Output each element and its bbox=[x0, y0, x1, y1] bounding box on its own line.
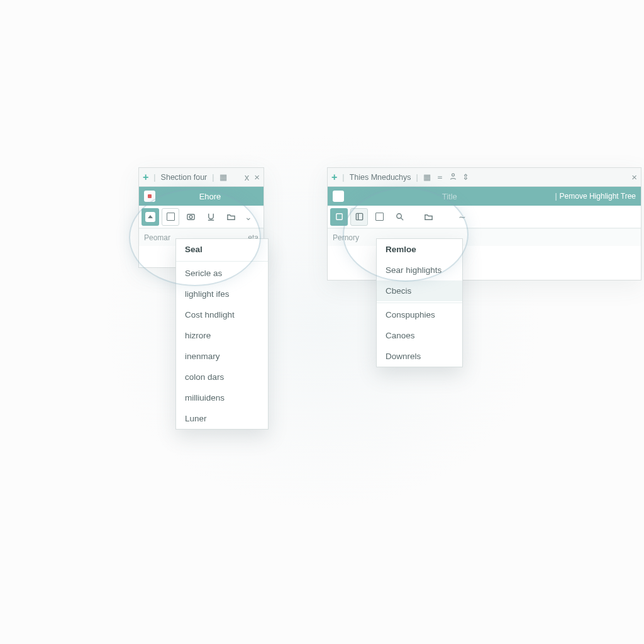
tilde-icon[interactable]: ∼ bbox=[458, 212, 466, 222]
rowbar-left-label: Peomar bbox=[144, 233, 170, 242]
panel-icon[interactable] bbox=[350, 208, 368, 226]
svg-point-3 bbox=[452, 174, 454, 176]
lock-icon[interactable] bbox=[333, 191, 344, 202]
remove-highlight-label[interactable]: |Pemove Highlight Tree bbox=[555, 192, 636, 201]
dropdown-item[interactable]: Downrels bbox=[377, 346, 462, 367]
dropdown-item[interactable]: Sear highlights bbox=[377, 260, 462, 280]
svg-point-1 bbox=[189, 216, 192, 219]
right-header-title: Title bbox=[350, 192, 548, 201]
dropdown-item[interactable]: hizrore bbox=[176, 325, 268, 346]
left-dropdown[interactable]: SealSericle aslighlight ifesCost hndligh… bbox=[175, 238, 269, 430]
svg-rect-4 bbox=[336, 214, 341, 219]
right-rowbar: Pernory bbox=[328, 228, 641, 246]
dropdown-item[interactable]: inenmary bbox=[176, 346, 268, 367]
left-toolbar: ⌄ bbox=[139, 206, 264, 228]
dropdown-item[interactable]: Conspuphies bbox=[377, 304, 462, 325]
dropdown-item[interactable]: Sericle as bbox=[176, 263, 268, 284]
left-tabstrip: + | Shection four | ▦ x × bbox=[139, 168, 264, 187]
svg-rect-5 bbox=[356, 213, 362, 219]
folder-icon[interactable] bbox=[222, 208, 240, 226]
dropdown-item[interactable]: Remloe bbox=[377, 239, 462, 260]
search-icon[interactable] bbox=[391, 208, 408, 226]
dropdown-item[interactable]: milliuidens bbox=[176, 387, 268, 408]
new-tab-button[interactable]: + bbox=[331, 172, 337, 182]
dropdown-item[interactable]: Luner bbox=[176, 408, 268, 429]
outline-box-icon[interactable] bbox=[370, 208, 388, 226]
equal-icon[interactable]: ＝ bbox=[436, 172, 444, 183]
dropdown-item[interactable]: Cbecis bbox=[377, 280, 462, 301]
tile-icon[interactable] bbox=[330, 208, 348, 226]
left-header-title: Ehore bbox=[162, 192, 258, 201]
divider: | bbox=[342, 173, 344, 182]
tab-close-icon[interactable]: x bbox=[245, 172, 250, 182]
caret-up-icon[interactable] bbox=[142, 208, 159, 226]
box-icon[interactable] bbox=[162, 208, 179, 226]
right-header: Title |Pemove Highlight Tree bbox=[328, 187, 641, 206]
svg-line-8 bbox=[401, 218, 403, 220]
right-dropdown[interactable]: RemloeSear highlightsCbecisConspuphiesCa… bbox=[376, 238, 463, 367]
dropdown-item[interactable]: Cost hndlight bbox=[176, 304, 268, 325]
dropdown-item[interactable]: Canoes bbox=[377, 325, 462, 346]
new-tab-button[interactable]: + bbox=[143, 172, 148, 182]
window-close-icon[interactable]: × bbox=[254, 172, 260, 182]
divider: | bbox=[416, 173, 418, 182]
window-close-icon[interactable]: × bbox=[631, 172, 637, 182]
rowbar-left-label: Pernory bbox=[333, 233, 359, 242]
right-panel: + | Thies Mneduchys | ▦ ＝ ⇕ × Title |Pem… bbox=[327, 167, 641, 280]
grid-icon[interactable]: ▦ bbox=[219, 172, 227, 182]
divider: | bbox=[212, 173, 214, 182]
chevron-down-icon[interactable]: ⌄ bbox=[245, 212, 252, 222]
folder-icon[interactable] bbox=[419, 208, 437, 226]
left-tab-title[interactable]: Shection four bbox=[161, 173, 208, 182]
right-tabstrip: + | Thies Mneduchys | ▦ ＝ ⇕ × bbox=[328, 168, 641, 187]
recording-icon[interactable] bbox=[144, 191, 155, 202]
divider: | bbox=[153, 173, 155, 182]
svg-point-7 bbox=[396, 214, 401, 219]
pin-icon[interactable]: ⇕ bbox=[462, 172, 469, 182]
dropdown-item[interactable]: colon dars bbox=[176, 367, 268, 387]
camera-icon[interactable] bbox=[182, 208, 199, 226]
right-tab-title[interactable]: Thies Mneduchys bbox=[350, 173, 411, 182]
underline-icon[interactable] bbox=[202, 208, 219, 226]
left-header: Ehore bbox=[139, 187, 264, 206]
person-icon[interactable] bbox=[449, 172, 457, 182]
dropdown-item[interactable]: lighlight ifes bbox=[176, 284, 268, 304]
grid-icon[interactable]: ▦ bbox=[423, 172, 431, 182]
dropdown-item[interactable]: Seal bbox=[176, 239, 268, 260]
right-toolbar: ∼ bbox=[328, 206, 641, 228]
